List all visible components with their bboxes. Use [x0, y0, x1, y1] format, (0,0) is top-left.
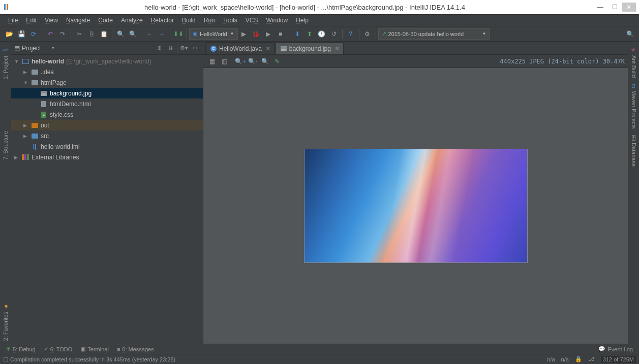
project-view-dropdown[interactable]: ▼ — [51, 46, 55, 50]
save-icon[interactable]: 💾 — [16, 28, 27, 40]
window-maximize-button[interactable]: ☐ — [607, 3, 622, 12]
vcs-changes-dropdown[interactable]: ➚ 2015-08-30 update hello world ▼ — [378, 28, 490, 40]
menu-refactor[interactable]: Refactor — [147, 16, 178, 25]
menu-vcs[interactable]: VCS — [241, 16, 262, 25]
coverage-icon[interactable]: ▶ — [263, 28, 274, 40]
forward-icon[interactable]: → — [156, 28, 167, 40]
status-lock-icon[interactable]: 🔒 — [575, 356, 582, 362]
right-tool-strip: ✳ Ant Build m Maven Projects 🗄 Database — [628, 42, 639, 344]
expand-arrow-icon[interactable]: ▶ — [14, 155, 21, 160]
tool-eventlog-button[interactable]: 💬Event Log — [594, 346, 637, 352]
tree-item-iml[interactable]: ĳ hello-world.iml — [11, 141, 203, 152]
expand-arrow-icon[interactable]: ▶ — [23, 134, 31, 139]
chevron-down-icon: ▼ — [479, 31, 486, 36]
tool-terminal-button[interactable]: ▣Terminal — [76, 346, 113, 352]
hide-panel-icon[interactable]: ↦ — [191, 44, 200, 53]
messages-icon: ≡ — [117, 346, 120, 352]
source-folder-icon — [31, 132, 39, 140]
tree-item-stylecss[interactable]: c style.css — [11, 109, 203, 120]
open-file-icon[interactable]: 📂 — [4, 28, 15, 40]
run-icon[interactable]: ▶ — [238, 28, 250, 40]
back-icon[interactable]: ← — [144, 28, 155, 40]
status-git-icon[interactable]: ⎇ — [588, 356, 595, 362]
search-everywhere-icon[interactable]: 🔍 — [624, 28, 635, 40]
tree-root[interactable]: ▼ hello-world (E:\git_work_space\hello-w… — [11, 56, 203, 67]
zoom-actual-icon[interactable]: 🔍 — [259, 56, 270, 67]
separator — [170, 29, 170, 39]
vcs-update-icon[interactable]: ⬇ — [292, 28, 303, 40]
menu-code[interactable]: Code — [94, 16, 117, 25]
tool-project-button[interactable]: 1: Project וֹ — [1, 44, 10, 82]
window-minimize-button[interactable]: — — [593, 3, 607, 12]
redo-icon[interactable]: ↷ — [57, 28, 68, 40]
status-memory[interactable]: 312 of 725M — [601, 356, 636, 363]
expand-arrow-icon[interactable]: ▶ — [23, 123, 31, 128]
run-config-dropdown[interactable]: ◉ HelloWorld ▼ — [189, 28, 238, 40]
vcs-history-icon[interactable]: 🕐 — [316, 28, 327, 40]
status-message: Compilation completed successfully in 3s… — [10, 356, 175, 362]
expand-arrow-icon[interactable]: ▼ — [14, 59, 21, 64]
copy-icon[interactable]: ⎘ — [86, 28, 97, 40]
make-project-icon[interactable]: ⬇⬇ — [173, 28, 184, 40]
cut-icon[interactable]: ✂ — [74, 28, 85, 40]
stop-icon[interactable]: ■ — [275, 28, 286, 40]
sync-icon[interactable]: ⟳ — [28, 28, 39, 40]
collapse-all-icon[interactable]: ⇊ — [166, 44, 175, 53]
undo-icon[interactable]: ↶ — [45, 28, 56, 40]
structure-icon[interactable]: ⚙ — [362, 28, 373, 40]
tree-item-src[interactable]: ▶ src — [11, 130, 203, 141]
help-icon[interactable]: ? — [345, 28, 356, 40]
image-toolbar: ▦ ▥ 🔍+ 🔍- 🔍 ✎ 440x225 JPEG (24-bit color… — [203, 55, 628, 68]
menu-view[interactable]: View — [41, 16, 62, 25]
window-close-button[interactable]: ✕ — [622, 3, 636, 12]
debug-icon[interactable]: 🐞 — [251, 28, 262, 40]
menu-run[interactable]: Run — [200, 16, 219, 25]
vcs-revert-icon[interactable]: ↺ — [328, 28, 340, 40]
tool-maven-button[interactable]: m Maven Projects — [630, 81, 638, 132]
project-tree[interactable]: ▼ hello-world (E:\git_work_space\hello-w… — [11, 55, 203, 344]
zoom-out-icon[interactable]: 🔍- — [247, 56, 258, 67]
vcs-commit-icon[interactable]: ⬆ — [304, 28, 315, 40]
tool-todo-button[interactable]: ✓6: TODO — [40, 346, 77, 352]
expand-arrow-icon[interactable]: ▶ — [23, 70, 31, 75]
tree-external-libraries[interactable]: ▶ External Libraries — [11, 152, 203, 162]
color-picker-icon[interactable]: ✎ — [271, 56, 283, 67]
menu-build[interactable]: Build — [178, 16, 200, 25]
expand-arrow-icon[interactable]: ▼ — [23, 80, 31, 85]
menu-tools[interactable]: Tools — [219, 16, 241, 25]
status-bar: ▢ Compilation completed successfully in … — [0, 354, 639, 364]
menu-edit[interactable]: Edit — [22, 16, 41, 25]
paste-icon[interactable]: 📋 — [98, 28, 109, 40]
image-viewport[interactable] — [203, 68, 628, 344]
tool-structure-button[interactable]: 7: Structure — [2, 128, 10, 163]
tab-close-icon[interactable]: ✕ — [335, 46, 339, 51]
toggle-transparency-icon[interactable]: ▦ — [206, 56, 218, 67]
tool-database-button[interactable]: 🗄 Database — [630, 132, 638, 170]
scroll-from-source-icon[interactable]: ⊕ — [155, 44, 164, 53]
tree-item-out[interactable]: ▶ out — [11, 120, 203, 130]
tree-item-htmldemo[interactable]: htmlDemo.html — [11, 98, 203, 109]
tool-debug-button[interactable]: ✳5: Debug — [2, 346, 40, 352]
status-toggle-icon[interactable]: ▢ — [3, 356, 8, 362]
toggle-grid-icon[interactable]: ▥ — [219, 56, 230, 67]
replace-icon[interactable]: 🔍 — [127, 28, 138, 40]
tool-messages-button[interactable]: ≡0: Messages — [113, 346, 158, 352]
chevron-down-icon: ▼ — [230, 31, 234, 36]
tool-favorites-button[interactable]: 2: Favorites ★ — [1, 300, 10, 344]
tool-ant-button[interactable]: ✳ Ant Build — [629, 44, 638, 81]
panel-settings-icon[interactable]: ⚙▾ — [179, 44, 189, 53]
menu-window[interactable]: Window — [262, 16, 292, 25]
tree-item-htmlpage[interactable]: ▼ htmlPage — [11, 77, 203, 88]
menu-help[interactable]: Help — [292, 16, 313, 25]
menu-navigate[interactable]: Navigate — [62, 16, 94, 25]
menu-file[interactable]: File — [4, 16, 22, 25]
tab-helloworld-java[interactable]: C HelloWorld.java ✕ — [205, 42, 275, 54]
tree-item-idea[interactable]: ▶ .idea — [11, 67, 203, 77]
tab-background-jpg[interactable]: background.jpg ✕ — [276, 42, 344, 54]
tab-close-icon[interactable]: ✕ — [266, 46, 270, 51]
window-titlebar: hello-world - [E:\git_work_space\hello-w… — [0, 0, 639, 14]
tree-item-background-jpg[interactable]: background.jpg — [11, 88, 203, 98]
find-icon[interactable]: 🔍 — [115, 28, 126, 40]
menu-analyze[interactable]: Analyze — [117, 16, 147, 25]
zoom-in-icon[interactable]: 🔍+ — [235, 56, 246, 67]
